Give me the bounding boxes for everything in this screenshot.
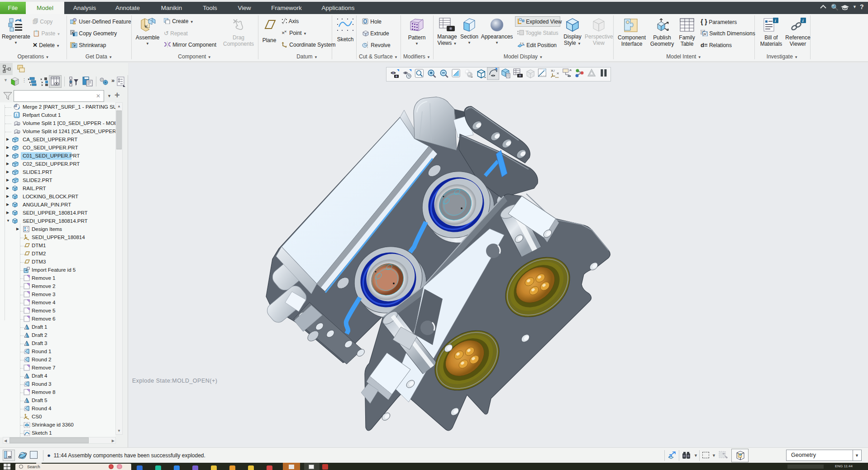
svg-text:✕: ✕ [284,30,287,33]
svg-text:✕/: ✕/ [551,69,555,73]
svg-text:x y: x y [520,42,524,44]
